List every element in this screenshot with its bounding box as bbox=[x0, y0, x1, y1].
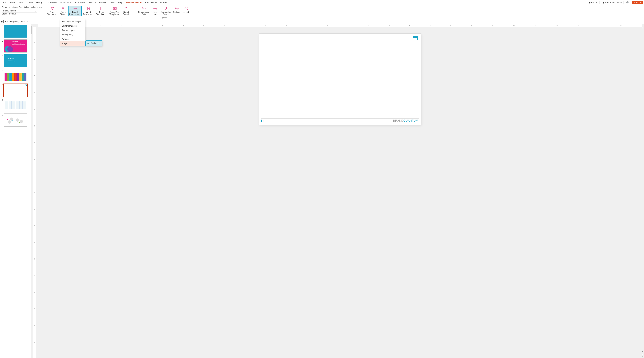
tab-review[interactable]: Review bbox=[98, 0, 108, 5]
comments-button[interactable]: 💬 bbox=[625, 1, 630, 4]
atom-icon bbox=[73, 6, 77, 11]
slide-thumbnail[interactable]: 7 bbox=[1, 99, 30, 112]
word-templates-button[interactable]: WordTemplates⌄ bbox=[82, 6, 95, 16]
qat-customize-button[interactable]: ⌄ bbox=[32, 20, 34, 22]
about-button[interactable]: About bbox=[182, 6, 191, 16]
slide-thumbnail[interactable]: 6 bbox=[1, 84, 30, 97]
slide-thumbnail[interactable]: 3 WHO WE ARE Brand consistency specialis… bbox=[1, 40, 30, 52]
tab-animations[interactable]: Animations bbox=[58, 0, 73, 5]
chevron-right-icon: › bbox=[83, 38, 83, 40]
collapse-ribbon-button[interactable]: ⌄ bbox=[641, 16, 643, 18]
submenu-item-products[interactable]: 👁 Products bbox=[86, 40, 102, 46]
slide-thumbnail[interactable]: 5 bbox=[1, 69, 30, 82]
slide-canvas[interactable]: 6 BRANDQUANTUM bbox=[259, 34, 421, 124]
svg-rect-8 bbox=[113, 8, 116, 10]
slide-page-number: 6 bbox=[261, 120, 264, 122]
slide-thumbnail[interactable]: 4 OUR MISSION Brand consistency atevery … bbox=[1, 54, 30, 67]
menu-item-iconography[interactable]: Iconography› bbox=[60, 32, 85, 37]
chevron-down-icon: ⌄ bbox=[35, 10, 36, 12]
scroll-down-icon[interactable]: ▼ bbox=[642, 351, 644, 353]
slide-vertical-scrollbar[interactable]: ▲ ▼ ≙≙ bbox=[642, 27, 644, 358]
slide-thumbnail-panel: 2 3 WHO WE ARE Brand consistency special… bbox=[0, 24, 33, 358]
tab-slideshow[interactable]: Slide Show bbox=[73, 0, 87, 5]
share-icon: ↗ bbox=[633, 1, 635, 4]
present-in-teams-button[interactable]: ▣Present in Teams bbox=[601, 1, 624, 4]
presentation-icon bbox=[113, 6, 117, 11]
menu-tabs: File Home Insert Draw Design Transitions… bbox=[0, 0, 644, 5]
settings-button[interactable]: Settings bbox=[172, 6, 182, 16]
menu-item-images[interactable]: Images› bbox=[60, 41, 85, 46]
svg-rect-7 bbox=[100, 7, 103, 10]
help-me-button[interactable]: HelpMe bbox=[151, 6, 160, 16]
menu-item-partner-logos[interactable]: Partner Logos› bbox=[60, 28, 85, 32]
tab-transitions[interactable]: Transitions bbox=[45, 0, 58, 5]
cloud-sync-icon bbox=[142, 6, 146, 11]
tab-draw[interactable]: Draw bbox=[26, 0, 34, 5]
tab-help[interactable]: Help bbox=[116, 0, 124, 5]
menu-item-brandquantum-logos[interactable]: BrandQuantum Logos› bbox=[60, 19, 85, 24]
brand-resources-menu: BrandQuantum Logos› Customer Logos› Part… bbox=[60, 19, 85, 46]
brand-corner-mark bbox=[413, 36, 418, 40]
vertical-ruler: 9876543210123456789 bbox=[33, 27, 36, 358]
tab-home[interactable]: Home bbox=[8, 0, 17, 5]
tools-icon bbox=[61, 6, 66, 11]
svg-point-9 bbox=[125, 7, 127, 9]
toolbar-select[interactable]: BrandQuantum ⌄ bbox=[2, 9, 37, 12]
chevron-down-icon: ⌄ bbox=[32, 20, 34, 22]
play-from-start-icon: ▶│ bbox=[1, 20, 4, 23]
svg-point-11 bbox=[176, 8, 177, 9]
chevron-right-icon: › bbox=[83, 29, 83, 31]
horizontal-ruler: 1110987654321012345678910111213141516 bbox=[38, 24, 642, 27]
quick-access-toolbar: ▶│From Beginning ↶Undo⌄ ⌄ bbox=[0, 19, 644, 24]
thumbnail-scrollbar[interactable] bbox=[31, 24, 33, 358]
slide-thumbnail[interactable]: 2 bbox=[1, 24, 30, 38]
info-icon bbox=[184, 6, 188, 11]
lightbulb-icon bbox=[164, 6, 168, 11]
tab-insert[interactable]: Insert bbox=[17, 0, 26, 5]
undo-button[interactable]: ↶Undo⌄ bbox=[21, 20, 30, 23]
search-icon bbox=[124, 6, 128, 11]
eye-icon: 👁 bbox=[87, 42, 89, 44]
ppt-templates-button[interactable]: PowerPointTemplates⌄ bbox=[108, 6, 122, 16]
brand-search-button[interactable]: BrandSearch bbox=[122, 6, 130, 16]
svg-point-1 bbox=[52, 8, 52, 8]
chevron-down-icon: ⌄ bbox=[29, 20, 30, 22]
ribbon-group-label: Options bbox=[137, 17, 191, 19]
tab-view[interactable]: View bbox=[108, 0, 116, 5]
svg-point-2 bbox=[53, 8, 53, 8]
ribbon: Please select your BrandOffice toolbar b… bbox=[0, 5, 644, 19]
document-icon bbox=[86, 6, 90, 11]
brand-standards-button[interactable]: BrandStandards⌄ bbox=[46, 6, 59, 16]
comment-icon: 💬 bbox=[626, 1, 629, 4]
tab-endnote[interactable]: EndNote 20 bbox=[143, 0, 158, 5]
menu-item-customer-logos[interactable]: Customer Logos› bbox=[60, 24, 85, 28]
chevron-right-icon: › bbox=[83, 25, 83, 27]
slide-nav-buttons[interactable]: ≙≙ bbox=[642, 353, 644, 358]
tab-record[interactable]: Record bbox=[87, 0, 98, 5]
menu-item-awards[interactable]: Awards› bbox=[60, 37, 85, 41]
toolbar-select-prompt: Please select your BrandOffice toolbar b… bbox=[2, 6, 42, 8]
excel-templates-button[interactable]: ExcelTemplates⌄ bbox=[95, 6, 108, 16]
tab-design[interactable]: Design bbox=[34, 0, 45, 5]
svg-point-4 bbox=[73, 8, 77, 9]
tab-acrobat[interactable]: Acrobat bbox=[158, 0, 169, 5]
tab-file[interactable]: File bbox=[1, 0, 8, 5]
gear-icon bbox=[175, 6, 179, 11]
teams-icon: ▣ bbox=[602, 1, 604, 4]
scroll-up-icon[interactable]: ▲ bbox=[642, 27, 644, 29]
chevron-right-icon: › bbox=[83, 34, 83, 36]
knowledge-base-button[interactable]: KnowledgeBase⌄ bbox=[160, 6, 172, 16]
chevron-right-icon: › bbox=[83, 20, 83, 22]
record-button[interactable]: ◉Record bbox=[587, 1, 600, 4]
share-button[interactable]: ↗Share bbox=[632, 1, 643, 4]
synchronize-data-button[interactable]: SynchronizeData bbox=[137, 6, 150, 16]
spreadsheet-icon bbox=[100, 6, 104, 11]
brand-resources-button[interactable]: BrandResources⌄ bbox=[68, 6, 82, 16]
slide-thumbnail[interactable]: 8 bbox=[1, 114, 30, 127]
svg-point-0 bbox=[52, 8, 52, 8]
from-beginning-button[interactable]: ▶│From Beginning bbox=[1, 20, 19, 23]
tab-brandoffice[interactable]: BRANDOFFICE bbox=[124, 0, 144, 5]
scrollbar-handle[interactable] bbox=[31, 26, 32, 34]
brand-tools-button[interactable]: BrandTools⌄ bbox=[59, 6, 68, 16]
undo-icon: ↶ bbox=[21, 20, 23, 23]
